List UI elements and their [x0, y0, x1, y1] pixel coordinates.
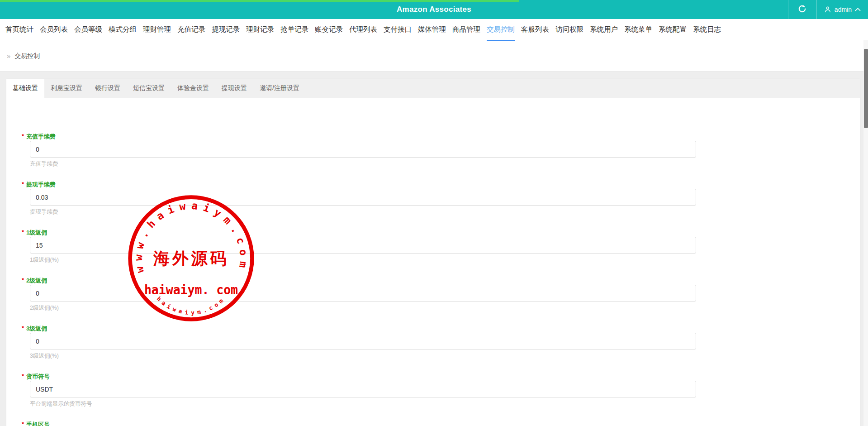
- field-label: * 提现手续费: [22, 181, 860, 189]
- vertical-scrollbar: [863, 40, 868, 426]
- settings-form: * 充值手续费 充值手续费 * 提现手续费 提现手续费: [6, 98, 860, 426]
- field-label: * 3级返佣: [22, 325, 860, 333]
- nav-item[interactable]: 代理列表: [349, 19, 377, 41]
- nav-item-label: 系统用户: [590, 25, 618, 34]
- field-label: * 充值手续费: [22, 133, 860, 141]
- nav-item[interactable]: 支付接口: [384, 19, 412, 41]
- required-asterisk: *: [22, 229, 24, 235]
- form-field: * 2级返佣 2级返佣(%): [22, 277, 860, 311]
- chevron-up-icon: [855, 8, 861, 11]
- nav-item[interactable]: 访问权限: [555, 19, 583, 41]
- page-background: 基础设置 利息宝设置 银行设置 短信宝设置 体验金设置: [0, 72, 868, 426]
- field-input[interactable]: [30, 141, 696, 158]
- nav-item-label: 系统菜单: [624, 25, 652, 34]
- app-header: Amazon Associates admin: [0, 0, 868, 19]
- breadcrumb-arrows-icon: »: [7, 52, 10, 60]
- nav-item-label: 媒体管理: [418, 25, 446, 34]
- settings-tab[interactable]: 银行设置: [89, 79, 127, 98]
- nav-item[interactable]: 首页统计: [5, 19, 33, 41]
- field-input[interactable]: [30, 189, 696, 206]
- form-field: * 3级返佣 3级返佣(%): [22, 325, 860, 359]
- refresh-button[interactable]: [788, 0, 817, 19]
- nav-item[interactable]: 系统用户: [590, 19, 618, 41]
- field-helper-text: 平台前端显示的货币符号: [30, 400, 860, 407]
- required-asterisk: *: [22, 325, 24, 331]
- nav-item-label: 账变记录: [315, 25, 343, 34]
- nav-item-label: 访问权限: [555, 25, 583, 34]
- nav-item[interactable]: 会员列表: [40, 19, 68, 41]
- nav-item[interactable]: 理财管理: [143, 19, 171, 41]
- tab-label: 银行设置: [95, 84, 120, 92]
- tab-label: 短信宝设置: [133, 84, 165, 92]
- form-field: * 手机区号: [22, 421, 860, 426]
- nav-item-label: 模式分组: [109, 25, 137, 34]
- tab-label: 提现设置: [222, 84, 247, 92]
- field-label: * 1级返佣: [22, 229, 860, 237]
- settings-tab[interactable]: 提现设置: [215, 79, 253, 98]
- header-actions: admin: [788, 0, 868, 19]
- nav-item-label: 理财记录: [246, 25, 274, 34]
- field-helper-text: 3级返佣(%): [30, 352, 860, 359]
- nav-item[interactable]: 抢单记录: [280, 19, 308, 41]
- nav-item[interactable]: 系统菜单: [624, 19, 652, 41]
- nav-item-label: 系统配置: [659, 25, 687, 34]
- breadcrumb-label: 交易控制: [14, 52, 40, 60]
- nav-item[interactable]: 会员等级: [74, 19, 102, 41]
- required-asterisk: *: [22, 277, 24, 283]
- scrollbar-thumb[interactable]: [864, 49, 868, 128]
- field-label-text: 提现手续费: [26, 181, 56, 189]
- nav-item[interactable]: 理财记录: [246, 19, 274, 41]
- field-helper-text: 提现手续费: [30, 208, 860, 215]
- settings-tab[interactable]: 体验金设置: [171, 79, 215, 98]
- field-label-text: 手机区号: [26, 421, 50, 426]
- nav-item-label: 首页统计: [5, 25, 33, 34]
- form-field: * 充值手续费 充值手续费: [22, 133, 860, 168]
- settings-tab[interactable]: 利息宝设置: [44, 79, 89, 98]
- nav-item[interactable]: 系统配置: [659, 19, 687, 41]
- nav-item-label: 支付接口: [384, 25, 412, 34]
- app-title: Amazon Associates: [0, 0, 868, 19]
- nav-item[interactable]: 客服列表: [521, 19, 549, 41]
- field-input[interactable]: [30, 237, 696, 254]
- nav-item[interactable]: 系统日志: [693, 19, 721, 41]
- tab-label: 邀请/注册设置: [260, 84, 299, 92]
- form-field: * 货币符号 平台前端显示的货币符号: [22, 373, 860, 407]
- tab-label: 利息宝设置: [51, 84, 82, 92]
- settings-tab[interactable]: 邀请/注册设置: [253, 79, 306, 98]
- nav-item-label: 商品管理: [452, 25, 480, 34]
- nav-item-label: 抢单记录: [280, 25, 308, 34]
- nav-item[interactable]: 媒体管理: [418, 19, 446, 41]
- nav-item-label: 理财管理: [143, 25, 171, 34]
- field-label-text: 充值手续费: [26, 133, 56, 141]
- field-input[interactable]: [30, 285, 696, 302]
- form-field: * 提现手续费 提现手续费: [22, 181, 860, 215]
- content-card: 基础设置 利息宝设置 银行设置 短信宝设置 体验金设置: [6, 79, 860, 426]
- field-input[interactable]: [30, 333, 696, 349]
- nav-item[interactable]: 模式分组: [109, 19, 137, 41]
- nav-item[interactable]: 商品管理: [452, 19, 480, 41]
- field-label-text: 3级返佣: [26, 325, 47, 333]
- user-menu-button[interactable]: admin: [817, 0, 868, 19]
- required-asterisk: *: [22, 181, 24, 187]
- loading-progress-bar: [0, 0, 519, 2]
- field-helper-text: 1级返佣(%): [30, 256, 860, 263]
- settings-tab[interactable]: 基础设置: [6, 79, 44, 98]
- field-label-text: 1级返佣: [26, 229, 47, 237]
- required-asterisk: *: [22, 133, 24, 139]
- nav-item[interactable]: 提现记录: [212, 19, 240, 41]
- field-label-text: 货币符号: [26, 373, 50, 381]
- field-helper-text: 充值手续费: [30, 160, 860, 168]
- field-input[interactable]: [30, 381, 696, 397]
- refresh-icon: [798, 5, 806, 15]
- settings-tab[interactable]: 短信宝设置: [127, 79, 171, 98]
- breadcrumb: » 交易控制: [0, 41, 868, 72]
- required-asterisk: *: [22, 373, 24, 379]
- nav-item-label: 系统日志: [693, 25, 721, 34]
- nav-item[interactable]: 账变记录: [315, 19, 343, 41]
- field-label: * 货币符号: [22, 373, 860, 381]
- nav-item-label: 充值记录: [177, 25, 205, 34]
- nav-item[interactable]: 充值记录: [177, 19, 205, 41]
- field-label: * 2级返佣: [22, 277, 860, 285]
- nav-item[interactable]: 交易控制: [487, 19, 515, 41]
- required-asterisk: *: [22, 421, 24, 426]
